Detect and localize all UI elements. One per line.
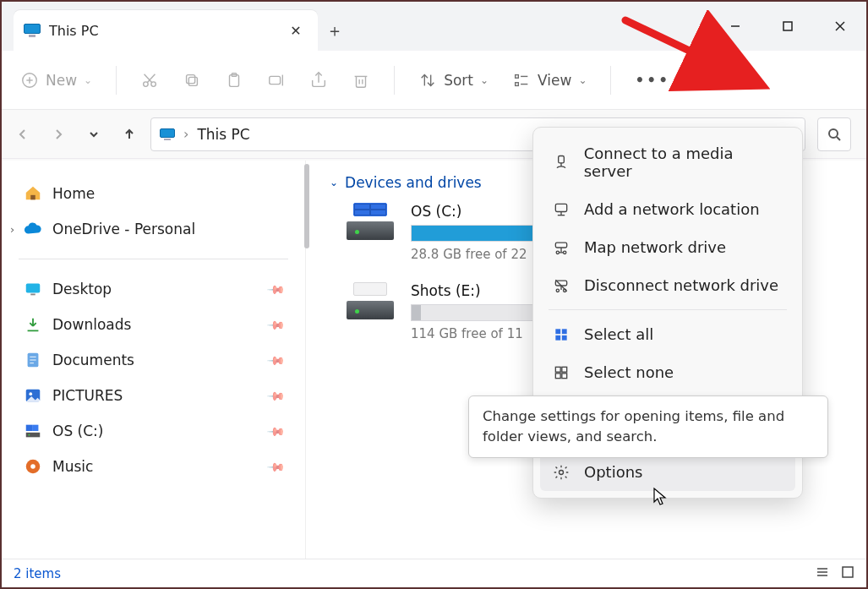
menu-item-media-server[interactable]: Connect to a media server: [540, 134, 795, 190]
paste-button[interactable]: [225, 71, 243, 90]
gear-icon: [552, 464, 570, 481]
svg-rect-40: [26, 433, 41, 437]
cut-button[interactable]: [140, 71, 159, 90]
svg-point-41: [29, 434, 30, 436]
picture-icon: [24, 386, 42, 405]
svg-rect-49: [555, 243, 566, 248]
svg-point-56: [556, 289, 559, 292]
sidebar-item-documents[interactable]: Documents📌: [12, 342, 295, 378]
sidebar-item-music[interactable]: Music📌: [12, 449, 295, 484]
details-view-icon[interactable]: [816, 565, 829, 582]
menu-item-select-none[interactable]: Select none: [540, 353, 795, 391]
close-window-button[interactable]: [814, 8, 866, 45]
svg-rect-39: [32, 425, 38, 431]
search-button[interactable]: [817, 117, 851, 151]
network-location-icon: [552, 201, 570, 218]
sidebar-item-home[interactable]: Home: [12, 176, 295, 211]
copy-button[interactable]: [183, 71, 201, 90]
sort-icon: [418, 71, 437, 90]
pin-icon: 📌: [266, 279, 286, 298]
svg-point-43: [30, 464, 35, 469]
svg-rect-23: [516, 82, 519, 85]
svg-rect-76: [843, 567, 853, 577]
up-button[interactable]: [120, 128, 139, 141]
download-icon: [24, 315, 42, 334]
sidebar-item-downloads[interactable]: Downloads📌: [12, 307, 295, 342]
menu-item-options[interactable]: Options: [540, 453, 795, 491]
select-all-icon: [552, 326, 570, 343]
scrollbar-thumb[interactable]: [304, 164, 309, 248]
this-pc-icon: [160, 128, 175, 140]
select-none-icon: [552, 364, 570, 381]
map-drive-icon: [552, 239, 570, 256]
new-tab-button[interactable]: ＋: [318, 10, 352, 51]
menu-item-network-location[interactable]: Add a network location: [540, 190, 795, 228]
sort-button[interactable]: Sort ⌄: [418, 71, 489, 90]
svg-rect-12: [187, 74, 195, 83]
drive-icon: [24, 422, 42, 440]
new-button[interactable]: New ⌄: [20, 71, 92, 90]
svg-rect-64: [562, 367, 567, 372]
svg-rect-59: [555, 329, 560, 334]
status-bar: 2 items: [2, 559, 866, 587]
forward-button[interactable]: [49, 128, 68, 141]
navigation-pane: Home › OneDrive - Personal Desktop📌 Down…: [2, 161, 306, 559]
window-tab[interactable]: This PC ✕: [14, 10, 318, 51]
menu-item-select-all[interactable]: Select all: [540, 315, 795, 353]
back-button[interactable]: [14, 128, 32, 141]
pin-icon: 📌: [266, 421, 286, 440]
svg-rect-29: [30, 195, 35, 200]
view-icon: [512, 71, 531, 90]
chevron-down-icon: ⌄: [578, 74, 587, 86]
svg-rect-30: [26, 284, 41, 293]
thumbnails-view-icon[interactable]: [841, 565, 854, 582]
cloud-icon: [24, 220, 42, 238]
pin-icon: 📌: [266, 385, 286, 405]
svg-rect-46: [555, 204, 566, 211]
sidebar-item-onedrive[interactable]: › OneDrive - Personal: [12, 211, 295, 247]
options-tooltip: Change settings for opening items, file …: [468, 395, 828, 458]
svg-rect-11: [188, 77, 197, 85]
rename-button[interactable]: [267, 71, 286, 90]
drive-icon: [347, 282, 394, 319]
sidebar-item-pictures[interactable]: PICTURES📌: [12, 378, 295, 413]
svg-point-37: [29, 392, 32, 395]
svg-line-28: [837, 137, 840, 140]
home-icon: [24, 184, 42, 203]
plus-circle-icon: [20, 71, 39, 90]
maximize-button[interactable]: [762, 8, 814, 45]
command-toolbar: New ⌄ Sort ⌄ View ⌄ •••: [2, 51, 866, 110]
svg-rect-61: [555, 335, 560, 340]
svg-rect-31: [30, 294, 35, 296]
svg-rect-38: [26, 425, 32, 431]
close-tab-icon[interactable]: ✕: [284, 23, 308, 39]
menu-item-disconnect-drive[interactable]: Disconnect network drive: [540, 266, 795, 304]
desktop-icon: [24, 280, 42, 298]
svg-rect-60: [562, 329, 567, 334]
item-count: 2 items: [14, 566, 61, 581]
window-controls: [709, 2, 866, 51]
sidebar-item-os-c[interactable]: OS (C:)📌: [12, 413, 295, 449]
view-button[interactable]: View ⌄: [512, 71, 587, 90]
svg-rect-65: [555, 373, 560, 378]
svg-rect-44: [559, 156, 565, 163]
minimize-button[interactable]: [709, 8, 762, 45]
pin-icon: 📌: [266, 456, 286, 476]
share-button[interactable]: [309, 71, 328, 90]
more-button[interactable]: •••: [635, 72, 670, 89]
menu-item-map-drive[interactable]: Map network drive: [540, 228, 795, 266]
sidebar-item-desktop[interactable]: Desktop📌: [12, 271, 295, 307]
chevron-down-icon: ⌄: [330, 177, 338, 188]
music-icon: [24, 457, 42, 476]
chevron-down-icon: ⌄: [480, 74, 489, 86]
cursor-icon: [652, 487, 669, 510]
media-server-icon: [552, 154, 570, 171]
svg-point-71: [560, 470, 564, 474]
pin-icon: 📌: [266, 314, 286, 334]
delete-button[interactable]: [352, 71, 370, 90]
chevron-down-icon: ⌄: [84, 74, 92, 86]
svg-point-27: [829, 129, 838, 138]
svg-rect-22: [516, 74, 519, 78]
history-chevron-icon[interactable]: [85, 128, 103, 141]
expand-chevron-icon[interactable]: ›: [10, 223, 14, 236]
